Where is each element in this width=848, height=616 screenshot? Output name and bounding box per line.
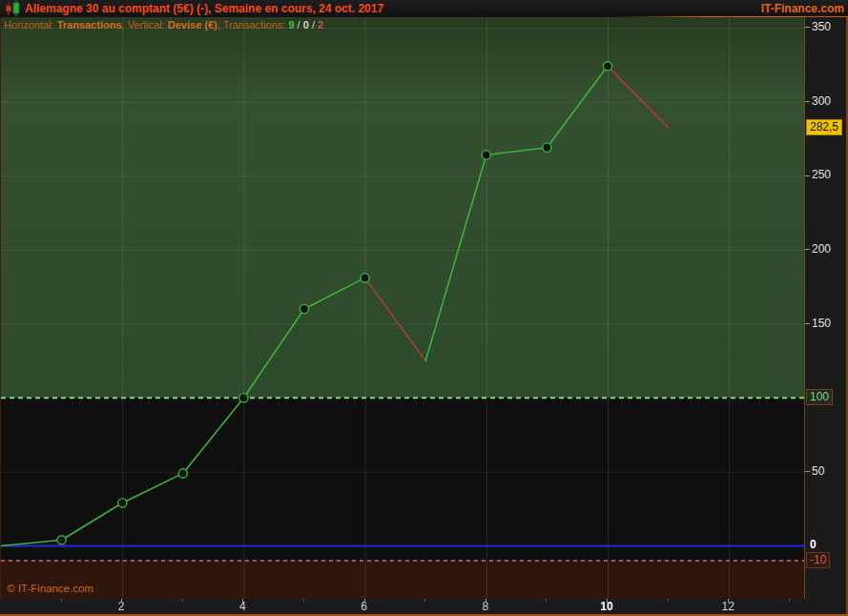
vertical-label: Vertical:	[128, 19, 168, 31]
trading-chart-window: Allemagne 30 au comptant (5€) (-), Semai…	[0, 0, 848, 616]
x-axis-minor-tick	[546, 599, 547, 602]
x-axis-tick	[242, 599, 243, 603]
y-axis-tick	[805, 471, 810, 472]
chart-info-line: Horizontal: Transactions, Vertical: Devi…	[4, 19, 323, 31]
x-axis-tick	[364, 599, 365, 603]
x-axis[interactable]: 24681012	[0, 599, 848, 614]
title-bar: Allemagne 30 au comptant (5€) (-), Semai…	[0, 0, 848, 17]
candlestick-icon	[3, 0, 22, 17]
brand-link[interactable]: IT-Finance.com	[761, 2, 844, 15]
copyright-label: © IT-Finance.com	[7, 583, 93, 594]
y-axis-label: 50	[812, 464, 824, 478]
y-axis-zero-label: 0	[810, 538, 817, 551]
transactions-label: Transactions:	[223, 19, 289, 31]
equity-curve-chart[interactable]	[1, 17, 805, 599]
y-axis-tick	[805, 101, 810, 102]
x-axis-minor-tick	[424, 599, 425, 602]
threshold-badge: 100	[806, 389, 833, 405]
horizontal-value: Transactions	[57, 19, 122, 31]
x-axis-tick	[486, 599, 486, 603]
y-axis-tick	[805, 249, 810, 250]
vertical-value: Devise (€)	[168, 19, 217, 31]
x-axis-tick	[728, 599, 729, 603]
y-axis-label: 250	[812, 168, 831, 181]
x-axis-minor-tick	[789, 599, 790, 602]
y-axis-tick	[805, 27, 810, 28]
losing-transactions-count: 2	[318, 19, 323, 31]
chart-title: Allemagne 30 au comptant (5€) (-), Semai…	[25, 2, 383, 15]
chart-plot-area[interactable]: Horizontal: Transactions, Vertical: Devi…	[0, 17, 804, 599]
x-axis-minor-tick	[668, 599, 669, 602]
x-axis-minor-tick	[303, 599, 304, 602]
separator-slash: /	[295, 19, 303, 31]
y-axis-label: 350	[812, 20, 831, 33]
y-axis-tick	[805, 323, 810, 324]
y-axis[interactable]: 350300250200150501000-10282,5	[804, 17, 848, 599]
x-axis-tick	[121, 599, 122, 603]
y-axis-tick	[805, 175, 810, 176]
threshold-badge: -10	[806, 552, 830, 568]
y-axis-label: 300	[812, 94, 831, 108]
x-axis-tick	[607, 599, 608, 603]
y-axis-label: 200	[812, 242, 831, 256]
x-axis-minor-tick	[61, 599, 62, 602]
current-value-badge: 282,5	[806, 119, 842, 135]
horizontal-label: Horizontal:	[4, 19, 57, 31]
separator-slash: /	[309, 19, 318, 31]
y-axis-label: 150	[812, 317, 831, 330]
x-axis-minor-tick	[182, 599, 183, 602]
